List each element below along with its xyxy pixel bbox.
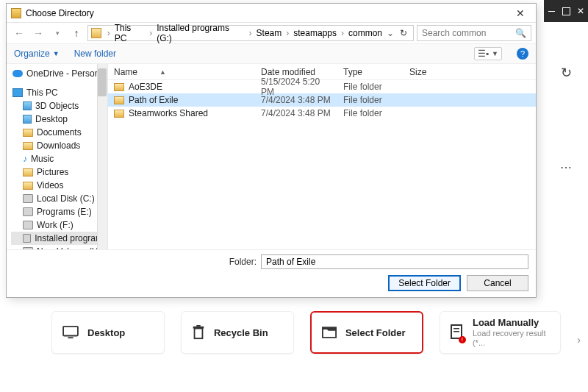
drive-icon: [23, 234, 31, 243]
tree-item[interactable]: Local Disk (C:): [11, 192, 107, 205]
tree-item[interactable]: Pictures: [11, 165, 107, 179]
svg-rect-2: [194, 329, 202, 339]
address-bar[interactable]: › This PC › Installed programs (G:) › St…: [87, 25, 414, 41]
cancel-button[interactable]: Cancel: [467, 275, 528, 291]
select-folder-button[interactable]: Select Folder: [388, 275, 461, 291]
chevron-right-icon[interactable]: ›: [246, 28, 255, 38]
dialog-title: Choose Directory: [26, 8, 509, 18]
nav-forward-button: →: [30, 25, 46, 41]
breadcrumb[interactable]: steamapps: [292, 28, 338, 38]
col-name[interactable]: Name▲: [108, 67, 255, 77]
svg-rect-5: [322, 327, 337, 329]
chevron-right-icon[interactable]: ›: [283, 28, 292, 38]
svg-rect-7: [453, 328, 459, 329]
videos-icon: [23, 182, 33, 190]
folder-icon: [114, 96, 124, 104]
chevron-right-icon[interactable]: ›: [104, 28, 113, 38]
tree-this-pc[interactable]: This PC: [11, 86, 107, 99]
tree-item[interactable]: Work (F:): [11, 218, 107, 232]
documents-icon: [23, 129, 33, 137]
pc-icon: [12, 88, 23, 97]
app-right-pane: ↻ ⋯: [544, 22, 588, 318]
tree-item[interactable]: 3D Objects: [11, 99, 107, 113]
dialog-close-button[interactable]: ✕: [509, 7, 531, 19]
help-icon[interactable]: ?: [517, 48, 528, 60]
breadcrumb[interactable]: Steam: [255, 28, 284, 38]
nav-recent-dropdown[interactable]: ▾: [49, 25, 65, 41]
dialog-titlebar[interactable]: Choose Directory ✕: [7, 4, 536, 23]
tree-item[interactable]: Documents: [11, 126, 107, 139]
app-window-controls: [544, 0, 588, 22]
more-icon[interactable]: ⋯: [560, 160, 572, 174]
app-minimize-button[interactable]: [544, 0, 559, 22]
new-folder-button[interactable]: New folder: [74, 49, 116, 59]
tree-item-selected[interactable]: Installed programs: [11, 232, 107, 245]
chevron-right-icon[interactable]: ›: [338, 28, 347, 38]
address-refresh-icon[interactable]: ↻: [397, 28, 410, 38]
pictures-icon: [23, 168, 33, 177]
tree-onedrive[interactable]: OneDrive - Person: [11, 67, 107, 80]
dialog-icon: [11, 8, 21, 18]
file-row[interactable]: Steamworks Shared 7/4/2024 3:48 PM File …: [108, 107, 536, 120]
downloads-icon: [23, 142, 33, 150]
svg-rect-4: [196, 325, 200, 327]
file-list: Name▲ Date modified Type Size AoE3DE 5/1…: [108, 64, 536, 249]
cloud-icon: [12, 70, 23, 77]
nav-tree[interactable]: OneDrive - Person This PC 3D Objects Des…: [7, 64, 108, 249]
nav-up-button[interactable]: ↑: [68, 25, 85, 41]
col-size[interactable]: Size: [404, 67, 448, 77]
folder-icon: [114, 110, 124, 118]
card-load-manually[interactable]: Load Manually Load recovery result (*...: [440, 311, 561, 354]
breadcrumb[interactable]: Installed programs (G:): [155, 23, 245, 43]
search-icon: 🔍: [515, 28, 526, 38]
folder-name-input[interactable]: [261, 254, 528, 269]
card-select-folder[interactable]: Select Folder: [310, 311, 423, 354]
drive-icon: [23, 221, 33, 229]
tree-scrollbar[interactable]: [97, 64, 107, 249]
choose-directory-dialog: Choose Directory ✕ ← → ▾ ↑ › This PC › I…: [6, 3, 537, 298]
tree-item[interactable]: New Volume (H:): [11, 245, 107, 249]
app-close-button[interactable]: [573, 0, 588, 22]
location-cards-row: Desktop Recycle Bin Select Folder Load M…: [44, 311, 588, 368]
chevron-right-icon[interactable]: ›: [146, 28, 155, 38]
breadcrumb[interactable]: common: [347, 28, 384, 38]
file-row[interactable]: AoE3DE 5/15/2024 5:20 PM File folder: [108, 80, 536, 93]
dialog-toolbar: Organize▼ New folder ☰▪▼ ?: [7, 43, 536, 64]
organize-menu[interactable]: Organize▼: [14, 49, 60, 59]
sort-asc-icon: ▲: [159, 68, 166, 76]
dialog-footer: Folder: Select Folder Cancel: [7, 249, 536, 297]
tree-item[interactable]: Videos: [11, 179, 107, 192]
file-row-selected[interactable]: Path of Exile 7/4/2024 3:48 PM File fold…: [108, 93, 536, 107]
nav-back-button[interactable]: ←: [11, 25, 27, 41]
nav-row: ← → ▾ ↑ › This PC › Installed programs (…: [7, 23, 536, 43]
svg-rect-1: [68, 337, 73, 338]
search-placeholder: Search common: [422, 28, 486, 38]
svg-rect-0: [63, 327, 78, 336]
col-date[interactable]: Date modified: [255, 67, 337, 77]
address-dropdown-icon[interactable]: ⌄: [384, 28, 397, 38]
drive-icon: [23, 194, 33, 203]
view-options-button[interactable]: ☰▪▼: [474, 47, 502, 60]
tree-item[interactable]: Downloads: [11, 139, 107, 152]
folder-icon: [114, 83, 124, 91]
desktop-icon: [23, 115, 32, 124]
scroll-right-button[interactable]: ›: [577, 334, 581, 346]
drive-icon: [23, 207, 33, 216]
tree-item[interactable]: ♪Music: [11, 152, 107, 165]
breadcrumb[interactable]: This PC: [113, 23, 147, 43]
trash-icon: [192, 325, 205, 340]
list-icon: ☰▪: [478, 49, 489, 59]
svg-rect-8: [453, 331, 459, 332]
tree-item[interactable]: Programs (E:): [11, 205, 107, 218]
search-input[interactable]: Search common 🔍: [417, 25, 531, 41]
file-rows[interactable]: AoE3DE 5/15/2024 5:20 PM File folder Pat…: [108, 80, 536, 249]
card-desktop[interactable]: Desktop: [51, 311, 165, 354]
drive-icon: [23, 247, 33, 249]
desktop-icon: [62, 326, 79, 339]
col-type[interactable]: Type: [337, 67, 404, 77]
card-recycle-bin[interactable]: Recycle Bin: [181, 311, 294, 354]
document-alert-icon: [451, 324, 464, 341]
tree-item[interactable]: Desktop: [11, 113, 107, 126]
app-maximize-button[interactable]: [559, 0, 573, 22]
refresh-icon[interactable]: ↻: [561, 65, 572, 81]
